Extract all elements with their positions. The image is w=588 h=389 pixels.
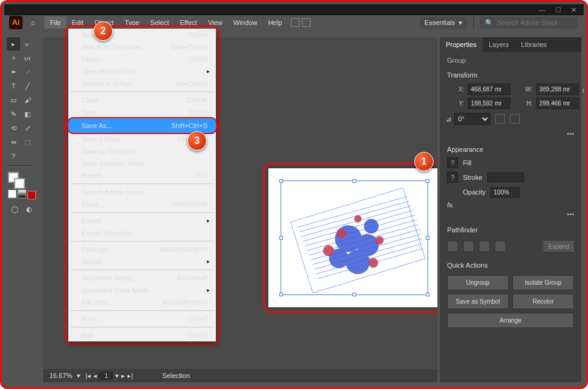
stroke-weight[interactable] — [487, 173, 524, 182]
selection-tool[interactable]: ▸ — [7, 37, 20, 51]
menu-item-open-recent-files[interactable]: Open Recent Files — [68, 65, 216, 77]
recolor-button[interactable]: Recolor — [512, 294, 574, 309]
menu-item-search-adobe-stock[interactable]: Search Adobe Stock... — [68, 186, 216, 198]
screen-mode-icon[interactable]: ◐ — [23, 202, 36, 216]
artboard[interactable] — [268, 168, 437, 307]
appearance-section-title: Appearance — [440, 141, 581, 155]
flip-v-icon[interactable] — [510, 114, 520, 124]
titlebar: — ☐ ✕ — [4, 4, 584, 15]
rotate-select[interactable]: 0° — [454, 113, 490, 125]
arrange-button[interactable]: Arrange — [447, 313, 574, 328]
tab-libraries[interactable]: Libraries — [515, 37, 553, 52]
scale-tool[interactable]: ⤢ — [21, 121, 34, 135]
stroke-swatch[interactable]: ? — [447, 172, 458, 183]
opacity-input[interactable] — [490, 187, 520, 198]
transform-section-title: Transform — [440, 66, 581, 81]
fx-label[interactable]: fx. — [447, 201, 454, 209]
draw-mode-icon[interactable]: ◯ — [8, 202, 21, 216]
fill-stroke-swatches[interactable] — [7, 171, 34, 189]
menu-item-document-setup[interactable]: Document Setup...Alt+Ctrl+P — [68, 272, 216, 284]
paintbrush-tool[interactable]: 🖌 — [21, 93, 34, 107]
eraser-tool[interactable]: ◧ — [21, 107, 34, 121]
selection-bounding-box[interactable] — [281, 180, 428, 295]
page-input[interactable] — [99, 372, 113, 380]
line-tool[interactable]: ╱ — [21, 79, 34, 93]
workspace-switcher[interactable]: Essentials▾ — [420, 17, 467, 29]
menu-item-new[interactable]: New...Ctrl+N — [68, 29, 216, 41]
arrange-docs-icon[interactable] — [287, 18, 314, 27]
minimize-button[interactable]: — — [536, 6, 548, 13]
chevron-down-icon: ▾ — [459, 19, 462, 27]
save-as-symbol-button[interactable]: Save as Symbol — [447, 294, 509, 309]
zoom-chevron-icon[interactable]: ▾ — [77, 372, 81, 380]
pen-tool[interactable]: ✒ — [7, 65, 20, 79]
flip-h-icon[interactable] — [495, 114, 505, 124]
menu-item-package[interactable]: Package...Alt+Shift+Ctrl+P — [68, 243, 216, 255]
home-icon[interactable]: ⌂ — [26, 16, 40, 29]
search-input[interactable] — [497, 19, 576, 26]
input-w[interactable] — [536, 84, 579, 95]
direct-selection-tool[interactable]: ▹ — [21, 37, 34, 51]
input-h[interactable] — [536, 98, 579, 109]
opacity-label: Opacity — [463, 188, 486, 196]
link-wh-icon[interactable]: ⎌ — [583, 86, 584, 93]
workspace-label: Essentials — [425, 19, 455, 26]
fill-swatch[interactable]: ? — [447, 157, 458, 168]
label-x: X: — [446, 86, 464, 93]
menu-item-place[interactable]: Place...Shift+Ctrl+P — [68, 198, 216, 210]
callout-badge-3: 3 — [187, 131, 207, 151]
menu-item-file-info[interactable]: File Info...Alt+Shift+Ctrl+I — [68, 296, 216, 309]
free-transform-tool[interactable]: ⬚ — [21, 135, 34, 149]
menu-help[interactable]: Help — [263, 16, 288, 29]
artboard-pager[interactable]: |◂◂▾▸▸| — [85, 372, 133, 380]
menu-item-export[interactable]: Export — [68, 215, 216, 227]
fill-label: Fill — [463, 159, 471, 166]
menu-item-print[interactable]: Print...Ctrl+P — [68, 313, 216, 325]
type-tool[interactable]: T — [7, 79, 20, 93]
status-bar: 16.67%▾ |◂◂▾▸▸| Selection — [43, 369, 437, 382]
menu-item-document-color-mode[interactable]: Document Color Mode — [68, 284, 216, 296]
shaper-tool[interactable]: ✎ — [7, 107, 20, 121]
pathfinder-unite-icon[interactable] — [447, 241, 458, 252]
tool-palette: ▸ ▹ ✧ ᔕ ✒ ⟋ T ╱ ▭ 🖌 ✎ ◧ ⟲ ⤢ ⇔ ⬚ ? ◯ ◐ — [7, 37, 35, 218]
pathfinder-minus-icon[interactable] — [463, 241, 474, 252]
ungroup-button[interactable]: Ungroup — [447, 275, 509, 290]
zoom-level[interactable]: 16.67% — [49, 372, 72, 379]
width-tool[interactable]: ⇔ — [7, 135, 20, 149]
isolate-group-button[interactable]: Isolate Group — [512, 275, 574, 290]
menu-item-close[interactable]: CloseCtrl+W — [68, 94, 216, 106]
lasso-tool[interactable]: ᔕ — [21, 51, 34, 65]
input-x[interactable] — [468, 84, 511, 95]
right-panels: Properties Layers Libraries Group Transf… — [440, 37, 581, 382]
maximize-button[interactable]: ☐ — [553, 6, 564, 14]
search-stock[interactable]: 🔍 — [480, 17, 578, 29]
pathfinder-intersect-icon[interactable] — [479, 241, 490, 252]
tab-layers[interactable]: Layers — [482, 37, 515, 52]
close-window-button[interactable]: ✕ — [568, 6, 579, 14]
appearance-more[interactable]: ••• — [440, 210, 581, 221]
menu-item-save[interactable]: SaveCtrl+S — [68, 106, 216, 118]
menu-item-exit[interactable]: ExitCtrl+Q — [68, 329, 216, 341]
pathfinder-exclude-icon[interactable] — [495, 241, 506, 252]
magic-wand-tool[interactable]: ✧ — [7, 51, 20, 65]
input-y[interactable] — [468, 98, 511, 109]
menu-item-scripts[interactable]: Scripts — [68, 255, 216, 268]
menu-item-open[interactable]: Open...Ctrl+O — [68, 53, 216, 65]
menu-item-browse-in-bridge[interactable]: Browse in Bridge...Alt+Ctrl+O — [68, 77, 216, 90]
rectangle-tool[interactable]: ▭ — [7, 93, 20, 107]
rotate-tool[interactable]: ⟲ — [7, 121, 20, 135]
app-logo: Ai — [9, 16, 23, 29]
menu-item-revert[interactable]: RevertF12 — [68, 170, 216, 182]
transform-more[interactable]: ••• — [440, 130, 581, 141]
label-w: W: — [514, 86, 532, 93]
label-y: Y: — [446, 100, 464, 107]
menu-item-new-from-template[interactable]: New from Template...Shift+Ctrl+N — [68, 41, 216, 53]
menu-item-save-selected-slices[interactable]: Save Selected Slices... — [68, 157, 216, 170]
menu-item-export-selection[interactable]: Export Selection... — [68, 227, 216, 239]
curvature-tool[interactable]: ⟋ — [21, 65, 34, 79]
help-tool[interactable]: ? — [7, 149, 20, 163]
tab-properties[interactable]: Properties — [440, 37, 482, 52]
pathfinder-expand-button[interactable]: Expand — [543, 241, 574, 252]
menu-window[interactable]: Window — [228, 16, 263, 29]
menu-file[interactable]: File — [45, 16, 66, 29]
